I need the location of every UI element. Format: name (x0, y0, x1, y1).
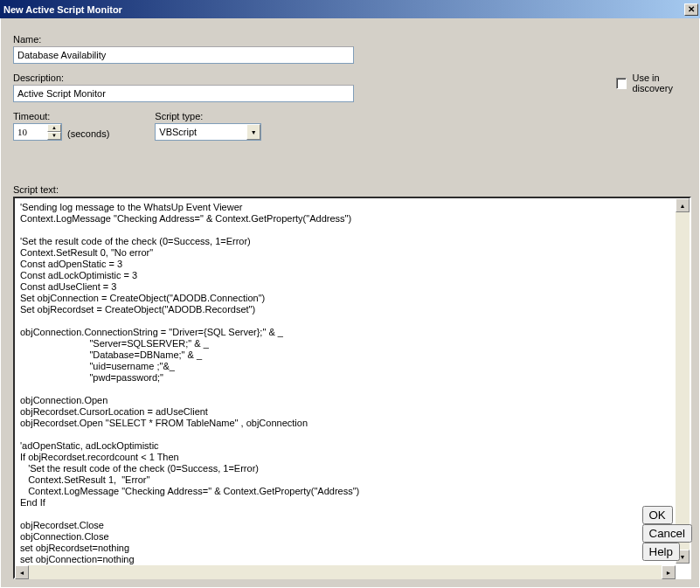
script-text-label: Script text: (13, 184, 691, 195)
spin-up-icon[interactable]: ▲ (47, 124, 61, 132)
title-bar: New Active Script Monitor ✕ (0, 0, 700, 18)
horizontal-scrollbar[interactable]: ◄ ► (15, 565, 676, 579)
script-type-value: VBScript (159, 127, 197, 137)
timeout-label: Timeout: (13, 111, 109, 121)
name-label: Name: (13, 34, 627, 45)
script-type-select[interactable]: VBScript ▼ (155, 123, 261, 141)
chevron-down-icon[interactable]: ▼ (246, 124, 260, 140)
ok-button[interactable]: OK (642, 506, 673, 524)
timeout-input[interactable] (14, 124, 47, 140)
description-label: Description: (13, 73, 627, 83)
use-discovery-checkbox[interactable] (616, 78, 627, 89)
help-button[interactable]: Help (642, 543, 680, 561)
scroll-left-icon[interactable]: ◄ (15, 565, 29, 579)
description-input[interactable] (13, 85, 354, 102)
scroll-up-icon[interactable]: ▲ (676, 198, 690, 212)
hscroll-track[interactable] (29, 565, 662, 579)
name-input[interactable] (13, 46, 354, 64)
dialog-body: Name: Description: Timeout: ▲ ▼ (seco (0, 18, 700, 588)
seconds-label: (seconds) (67, 128, 109, 141)
script-text-area[interactable] (13, 197, 691, 579)
cancel-button[interactable]: Cancel (642, 524, 693, 543)
timeout-spinner[interactable]: ▲ ▼ (13, 123, 62, 141)
close-icon[interactable]: ✕ (684, 3, 698, 16)
window-title: New Active Script Monitor (3, 4, 122, 15)
script-type-label: Script type: (155, 111, 261, 121)
use-discovery-label: Use in discovery (632, 73, 699, 93)
spin-down-icon[interactable]: ▼ (47, 132, 61, 140)
scroll-right-icon[interactable]: ► (662, 565, 676, 579)
